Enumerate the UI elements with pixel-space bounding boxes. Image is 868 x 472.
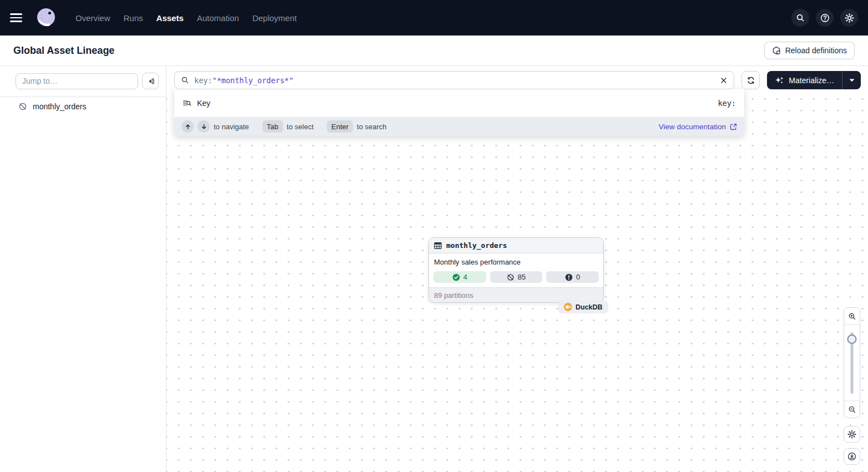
manage-search-icon [183, 99, 191, 108]
materialize-label: Materialize… [789, 76, 834, 85]
zoom-out-icon [848, 405, 856, 414]
asset-node-header: monthly_orders [429, 238, 603, 253]
search-icon [181, 76, 189, 84]
nav-item-runs[interactable]: Runs [123, 11, 144, 25]
search-hints-bar: to navigate Tab to select Enter to searc… [174, 117, 744, 136]
check-circle-icon [452, 273, 460, 281]
sparkle-icon [775, 76, 784, 85]
duckdb-icon [564, 303, 572, 311]
search-suggestions-dropdown: Key key: to navigate Tab to select Enter [174, 89, 744, 136]
storage-kind-tag-duckdb[interactable]: DuckDB [558, 301, 608, 313]
asset-node-partitions: 89 partitions [429, 287, 603, 302]
materialize-dropdown-button[interactable] [842, 71, 861, 89]
suggestion-label: Key [197, 99, 210, 108]
global-search-button[interactable] [791, 9, 809, 27]
content: monthly_orders key:"*monthly_orders*" [0, 66, 868, 472]
zoom-in-icon [848, 312, 856, 321]
arrow-down-icon [201, 124, 207, 130]
sidebar-item-label: monthly_orders [33, 102, 87, 111]
graph-settings-button[interactable] [844, 426, 860, 443]
asset-node-body: Monthly sales performance 4 [429, 253, 603, 287]
asset-search-input[interactable]: key:"*monthly_orders*" [174, 71, 734, 89]
view-documentation-link[interactable]: View documentation [659, 123, 737, 131]
missing-count: 85 [518, 273, 526, 281]
hamburger-menu-icon[interactable] [10, 9, 28, 27]
gear-icon [847, 430, 856, 439]
sidebar-toolbar [0, 66, 166, 97]
navigate-hint-text: to navigate [214, 123, 249, 131]
asset-sidebar: monthly_orders [0, 66, 166, 472]
search-query-value: "*monthly_orders*" [213, 76, 294, 85]
jump-to-input[interactable] [16, 73, 138, 89]
arrow-up-key[interactable] [181, 120, 194, 133]
arrow-up-icon [185, 124, 191, 130]
dagster-logo-icon[interactable] [34, 6, 58, 29]
circle-slash-icon [18, 102, 27, 111]
caret-down-icon [849, 79, 855, 82]
suggestion-insert-hint: key: [718, 99, 736, 108]
failed-count-badge[interactable]: 0 [546, 271, 599, 283]
page-header: Global Asset Lineage Reload definitions [0, 35, 868, 66]
search-query-prefix: key: [194, 76, 213, 85]
search-hint-text: to search [357, 123, 386, 131]
app-window: Overview Runs Assets Automation Deployme… [0, 0, 868, 472]
enter-key: Enter [327, 120, 353, 133]
alert-circle-icon [565, 273, 573, 281]
storage-tag-label: DuckDB [576, 303, 603, 311]
page-title: Global Asset Lineage [13, 45, 114, 57]
help-icon [820, 13, 830, 23]
tab-key: Tab [263, 120, 283, 133]
panel-collapse-icon [147, 77, 155, 85]
suggestion-item-key[interactable]: Key key: [174, 89, 744, 117]
circle-slash-icon [507, 273, 514, 281]
asset-node-badges: 4 85 0 [433, 271, 599, 283]
search-icon [796, 13, 805, 22]
zoom-slider [844, 325, 860, 400]
search-query-text: key:"*monthly_orders*" [194, 76, 294, 85]
reload-definitions-label: Reload definitions [785, 46, 847, 55]
primary-nav: Overview Runs Assets Automation Deployme… [74, 11, 298, 25]
reload-code-location-icon [772, 46, 781, 55]
missing-count-badge[interactable]: 85 [490, 271, 543, 283]
sidebar-item-monthly-orders[interactable]: monthly_orders [0, 97, 166, 116]
download-circle-icon [847, 452, 856, 461]
reload-definitions-button[interactable]: Reload definitions [764, 42, 855, 59]
refresh-graph-button[interactable] [741, 71, 760, 89]
clear-search-button[interactable] [720, 77, 728, 84]
zoom-slider-knob[interactable] [847, 334, 857, 344]
materialize-button[interactable]: Materialize… [767, 71, 842, 89]
nav-item-automation[interactable]: Automation [196, 11, 240, 25]
materialize-split-button: Materialize… [767, 71, 861, 89]
nav-item-assets[interactable]: Assets [155, 11, 185, 25]
help-button[interactable] [816, 9, 834, 27]
table-icon [434, 242, 442, 250]
materialized-count-badge[interactable]: 4 [433, 271, 486, 283]
zoom-in-button[interactable] [844, 308, 860, 325]
materialized-count: 4 [463, 273, 467, 281]
asset-node-monthly-orders[interactable]: monthly_orders Monthly sales performance… [428, 237, 604, 303]
nav-item-deployment[interactable]: Deployment [251, 11, 298, 25]
lineage-toolbar: key:"*monthly_orders*" Materia [174, 71, 861, 89]
select-hint-text: to select [287, 123, 314, 131]
collapse-sidebar-button[interactable] [142, 73, 159, 89]
zoom-out-button[interactable] [844, 400, 860, 418]
failed-count: 0 [576, 273, 580, 281]
refresh-icon [746, 76, 755, 85]
nav-item-overview[interactable]: Overview [74, 11, 112, 25]
download-image-button[interactable] [844, 448, 860, 465]
top-nav: Overview Runs Assets Automation Deployme… [0, 0, 868, 35]
user-settings-button[interactable] [840, 9, 858, 27]
lineage-main: key:"*monthly_orders*" Materia [166, 66, 868, 472]
topnav-actions [791, 9, 858, 27]
arrow-down-key[interactable] [198, 120, 210, 133]
doc-link-label: View documentation [659, 123, 726, 131]
zoom-control-panel [844, 307, 860, 418]
gear-icon [845, 13, 854, 23]
asset-node-description: Monthly sales performance [434, 258, 599, 266]
external-link-icon [730, 123, 737, 130]
asset-node-title: monthly_orders [446, 241, 507, 250]
